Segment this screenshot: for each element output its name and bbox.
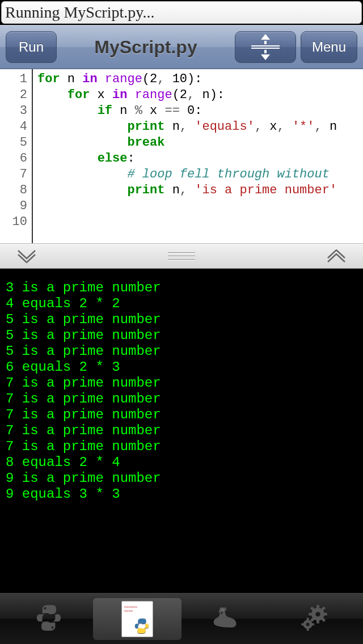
document-icon: ≈≈≈≈≈≈≈≈≈≈ xyxy=(121,601,153,637)
code-line: print n, 'is a prime number' xyxy=(37,183,363,198)
run-button[interactable]: Run xyxy=(6,31,57,63)
svg-rect-8 xyxy=(316,620,319,624)
split-view-button[interactable] xyxy=(235,31,296,63)
python-icon xyxy=(34,603,64,635)
line-number: 4 xyxy=(0,119,32,135)
line-number: 2 xyxy=(0,87,32,103)
pane-divider[interactable] xyxy=(0,243,363,269)
svg-point-16 xyxy=(306,622,310,626)
code-line xyxy=(37,214,363,230)
svg-point-0 xyxy=(44,607,46,609)
code-line: break xyxy=(37,135,363,151)
drag-handle-icon[interactable] xyxy=(168,252,195,260)
tab-bar: ≈≈≈≈≈≈≈≈≈≈ cc xyxy=(0,593,363,644)
svg-point-6 xyxy=(315,612,320,616)
code-line: for n in range(2, 10): xyxy=(37,71,363,87)
line-number: 1 xyxy=(0,71,32,87)
svg-point-4 xyxy=(221,612,222,613)
svg-rect-18 xyxy=(307,628,309,630)
code-line: else: xyxy=(37,151,363,167)
code-line: print n, 'equals', x, '*', n xyxy=(37,119,363,135)
svg-point-1 xyxy=(51,626,53,629)
line-gutter: 12345678910 xyxy=(0,69,33,243)
toolbar: Run MyScript.py Menu xyxy=(0,25,363,69)
svg-rect-7 xyxy=(316,605,319,609)
line-number: 5 xyxy=(0,135,32,151)
svg-rect-9 xyxy=(309,613,313,616)
python-tab[interactable] xyxy=(5,598,93,640)
svg-rect-10 xyxy=(323,613,327,616)
status-text: Running MyScript.py... xyxy=(5,3,154,22)
chevron-down-icon[interactable] xyxy=(17,247,36,266)
svg-text:cc: cc xyxy=(221,608,224,611)
code-area[interactable]: for n in range(2, 10): for x in range(2,… xyxy=(33,69,363,243)
code-line xyxy=(37,198,363,214)
gear-icon xyxy=(299,603,329,635)
code-line: for x in range(2, n): xyxy=(37,87,363,103)
run-button-label: Run xyxy=(19,39,44,55)
file-tab[interactable]: ≈≈≈≈≈≈≈≈≈≈ xyxy=(93,598,182,640)
svg-rect-19 xyxy=(301,623,304,625)
line-number: 6 xyxy=(0,151,32,167)
menu-button-label: Menu xyxy=(312,39,346,55)
svg-rect-20 xyxy=(311,623,314,625)
code-line: if n % x == 0: xyxy=(37,103,363,119)
line-number: 7 xyxy=(0,167,32,183)
menu-button[interactable]: Menu xyxy=(301,31,357,63)
line-number: 9 xyxy=(0,198,32,214)
settings-tab[interactable] xyxy=(270,598,358,640)
snake-icon: cc xyxy=(210,604,242,634)
line-number: 8 xyxy=(0,183,32,198)
line-number: 10 xyxy=(0,214,32,230)
chevron-up-icon[interactable] xyxy=(327,247,346,266)
status-bar: Running MyScript.py... xyxy=(1,1,362,24)
code-editor[interactable]: 12345678910 for n in range(2, 10): for x… xyxy=(0,69,363,243)
svg-rect-17 xyxy=(307,618,309,621)
console-output[interactable]: 3 is a prime number 4 equals 2 * 2 5 is … xyxy=(0,269,363,593)
page-title: MyScript.py xyxy=(61,37,230,58)
snake-tab[interactable]: cc xyxy=(182,598,270,640)
line-number: 3 xyxy=(0,103,32,119)
split-icon xyxy=(251,34,280,60)
code-line: # loop fell through without xyxy=(37,167,363,183)
